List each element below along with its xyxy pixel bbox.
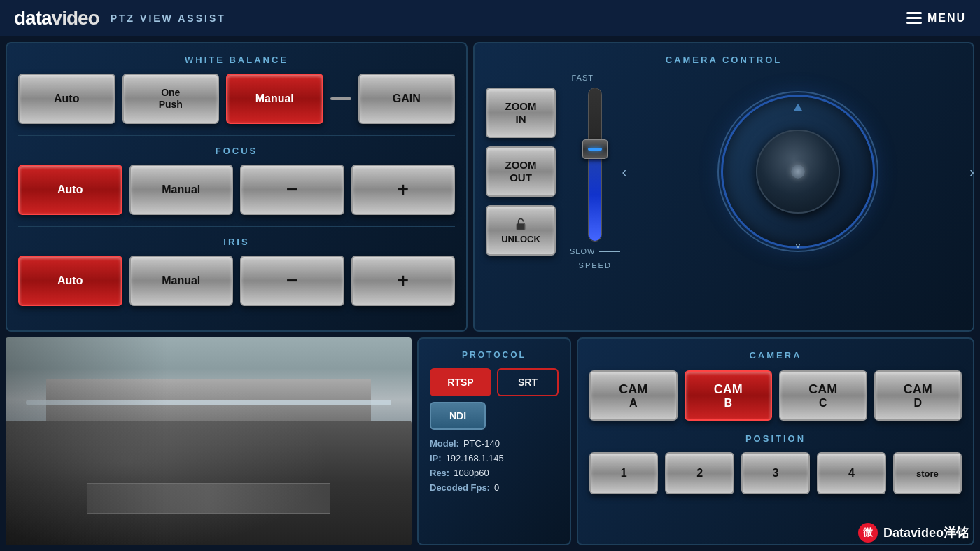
focus-manual-button[interactable]: Manual: [130, 165, 234, 215]
cam-a-letter: A: [629, 397, 638, 410]
model-row: Model: PTC-140: [430, 438, 559, 449]
video-preview: [6, 337, 412, 545]
cam-d-letter: D: [913, 397, 922, 410]
ip-value: 192.168.1.145: [446, 453, 504, 463]
slider-track[interactable]: [588, 88, 602, 242]
fps-row: Decoded Fps: 0: [430, 482, 559, 493]
camera-section-title: CAMERA: [589, 350, 962, 361]
camera-control-area: ZOOMIN ZOOMOUT UNLOCK FAST: [486, 74, 962, 270]
srt-button[interactable]: SRT: [497, 368, 559, 396]
video-scene: [6, 337, 412, 545]
header-left: datavideo PTZ VIEW ASSIST: [14, 7, 226, 29]
res-label: Res:: [430, 468, 449, 478]
protocol-panel: PROTOCOL RTSP SRT NDI Model: PTC-140 IP:…: [417, 337, 571, 545]
joystick-ring: [718, 91, 878, 252]
hamburger-icon: [906, 12, 922, 24]
menu-label: MENU: [927, 12, 966, 25]
position-3-button[interactable]: 3: [741, 452, 810, 494]
unlock-button[interactable]: UNLOCK: [486, 205, 556, 256]
top-row: WHITE BALANCE Auto OnePush Manual GAIN F…: [0, 36, 980, 337]
speed-text: SPEED: [579, 261, 612, 270]
cam-c-button[interactable]: CAM C: [779, 370, 867, 421]
ndi-button[interactable]: NDI: [430, 402, 486, 430]
iris-minus-button[interactable]: −: [240, 256, 344, 306]
watermark-text: Datavideo洋铭: [883, 524, 969, 541]
logo: datavideo: [14, 7, 99, 29]
zoom-in-button[interactable]: ZOOMIN: [486, 88, 556, 138]
cam-b-text: CAM: [714, 382, 743, 397]
white-balance-row: Auto OnePush Manual GAIN: [18, 74, 455, 124]
ptz-joystick[interactable]: ‹ ˅ ›: [634, 95, 962, 249]
slider-thumb[interactable]: [582, 139, 608, 159]
iris-manual-button[interactable]: Manual: [130, 256, 234, 306]
joystick-up-arrow: [794, 104, 802, 111]
position-4-button[interactable]: 4: [817, 452, 886, 494]
protocol-buttons: RTSP SRT: [430, 368, 559, 396]
white-balance-title: WHITE BALANCE: [18, 55, 455, 65]
logo-text: datavideo: [14, 7, 99, 29]
cam-d-text: CAM: [904, 382, 932, 397]
menu-button[interactable]: MENU: [906, 12, 966, 25]
wb-auto-button[interactable]: Auto: [18, 74, 115, 124]
slow-label: SLOW: [570, 247, 620, 256]
cam-a-text: CAM: [619, 382, 648, 397]
ip-row: IP: 192.168.1.145: [430, 453, 559, 463]
cam-c-letter: C: [819, 397, 827, 410]
focus-title: FOCUS: [18, 146, 455, 156]
ip-label: IP:: [430, 453, 442, 463]
fast-label: FAST: [571, 74, 619, 82]
weibo-icon: 微: [858, 523, 878, 543]
protocol-title: PROTOCOL: [430, 350, 559, 360]
iris-auto-button[interactable]: Auto: [18, 256, 122, 306]
model-label: Model:: [430, 438, 459, 449]
zoom-out-button[interactable]: ZOOMOUT: [486, 146, 556, 197]
iris-plus-button[interactable]: +: [351, 256, 456, 306]
position-title: POSITION: [589, 433, 962, 444]
fps-label: Decoded Fps:: [430, 482, 490, 493]
camera-control-panel: CAMERA CONTROL ZOOMIN ZOOMOUT UNLOCK FAS…: [473, 42, 974, 332]
app-title: PTZ VIEW ASSIST: [111, 13, 226, 24]
focus-auto-button[interactable]: Auto: [18, 165, 122, 215]
res-row: Res: 1080p60: [430, 468, 559, 478]
joystick-outer[interactable]: ˅: [721, 95, 875, 249]
cam-buttons: CAM A CAM B CAM C CAM D: [589, 370, 962, 421]
cam-a-button[interactable]: CAM A: [589, 370, 678, 421]
arrow-right-icon[interactable]: ›: [969, 164, 974, 180]
focus-minus-button[interactable]: −: [240, 165, 344, 215]
position-store-button[interactable]: store: [893, 452, 962, 494]
cam-d-button[interactable]: CAM D: [874, 370, 962, 421]
camera-control-title: CAMERA CONTROL: [486, 55, 962, 65]
svg-rect-0: [517, 223, 525, 230]
wb-manual-button[interactable]: Manual: [226, 74, 323, 124]
wb-one-push-button[interactable]: OnePush: [122, 74, 220, 124]
unlock-label: UNLOCK: [501, 234, 540, 244]
iris-row: Auto Manual − +: [18, 256, 455, 306]
camera-panel: CAMERA CAM A CAM B CAM C CAM D POSITION …: [577, 337, 974, 545]
lock-icon: [514, 217, 528, 231]
rtsp-button[interactable]: RTSP: [430, 368, 491, 396]
model-value: PTC-140: [463, 438, 500, 449]
position-2-button[interactable]: 2: [665, 452, 734, 494]
cam-b-letter: B: [724, 397, 732, 410]
watermark: 微 Datavideo洋铭: [858, 523, 969, 543]
zoom-buttons: ZOOMIN ZOOMOUT UNLOCK: [486, 88, 556, 256]
divider-1: [18, 135, 455, 136]
header: datavideo PTZ VIEW ASSIST MENU: [0, 0, 980, 36]
position-1-button[interactable]: 1: [589, 452, 658, 494]
focus-row: Auto Manual − +: [18, 165, 455, 215]
slider-fill: [589, 149, 601, 241]
wb-gain-button[interactable]: GAIN: [358, 74, 456, 124]
fps-value: 0: [494, 482, 499, 493]
speed-slider[interactable]: FAST SLOW SPEED: [570, 74, 620, 270]
res-value: 1080p60: [454, 468, 489, 478]
focus-plus-button[interactable]: +: [351, 165, 456, 215]
arrow-down-icon[interactable]: ˅: [794, 242, 802, 259]
arrow-left-icon[interactable]: ‹: [622, 164, 626, 180]
control-panel: WHITE BALANCE Auto OnePush Manual GAIN F…: [6, 42, 468, 332]
iris-title: IRIS: [18, 237, 455, 247]
cam-c-text: CAM: [808, 382, 837, 397]
bottom-row: PROTOCOL RTSP SRT NDI Model: PTC-140 IP:…: [0, 337, 980, 551]
divider-2: [18, 226, 455, 227]
position-buttons: 1 2 3 4 store: [589, 452, 962, 494]
cam-b-button[interactable]: CAM B: [685, 370, 773, 421]
